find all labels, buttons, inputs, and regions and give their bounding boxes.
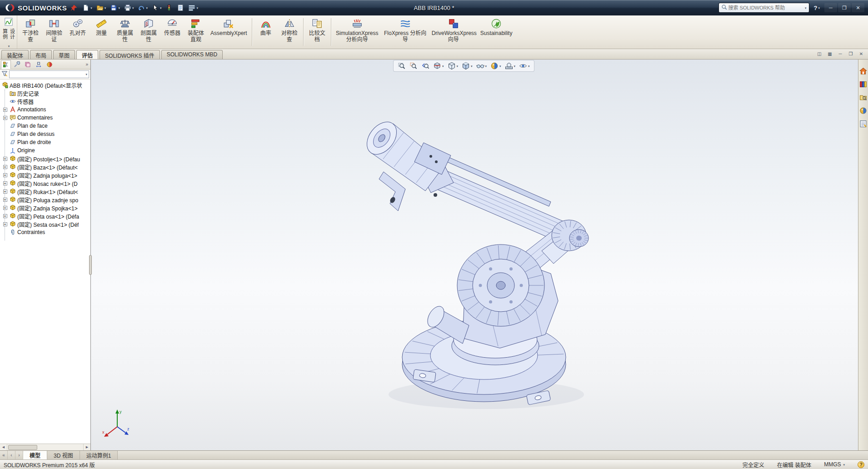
maximize-button[interactable]: ❐ bbox=[838, 3, 851, 12]
tree-item[interactable]: 传感器 bbox=[0, 97, 90, 105]
rebuild-button[interactable] bbox=[164, 3, 174, 12]
scrollbar-thumb[interactable] bbox=[8, 445, 37, 450]
units-selector[interactable]: MMGS ▾ bbox=[824, 461, 845, 468]
tree-item[interactable]: 历史记录 bbox=[0, 89, 90, 97]
appearances-scenes-button[interactable] bbox=[859, 106, 868, 115]
previous-view-button[interactable] bbox=[420, 61, 430, 70]
expand-icon[interactable]: + bbox=[3, 173, 7, 177]
panel-tab-propertymanager[interactable] bbox=[12, 60, 22, 69]
search-box[interactable]: ▾ bbox=[718, 3, 809, 13]
filter-caret-icon[interactable]: ▾ bbox=[85, 73, 87, 76]
tab-SOLIDWORKS 插件[interactable]: SOLIDWORKS 插件 bbox=[100, 50, 160, 59]
tree-item[interactable]: Origine bbox=[0, 146, 90, 155]
view-settings-button[interactable]: ▾ bbox=[518, 61, 531, 70]
ribbon-clearance-verification-button[interactable]: 间隙验证 bbox=[43, 16, 65, 48]
tree-item[interactable]: +(固定) Peta osa<1> (Défa bbox=[0, 212, 90, 220]
scroll-right-icon[interactable]: ▶ bbox=[83, 444, 90, 450]
tree-item[interactable]: Plan de face bbox=[0, 122, 90, 130]
ribbon-sustainability-button[interactable]: Sustainability bbox=[478, 16, 515, 48]
section-view-button[interactable]: ▾ bbox=[432, 61, 445, 70]
panel-tab-featuremanager[interactable] bbox=[1, 60, 11, 69]
tabs-scroll-prev-button[interactable]: ‹ bbox=[8, 451, 15, 459]
design-library-button[interactable] bbox=[859, 80, 868, 88]
tabs-scroll-first-button[interactable]: « bbox=[0, 451, 8, 459]
bottom-tab-运动算例1[interactable]: 运动算例1 bbox=[80, 451, 118, 459]
viewport-split-grid-button[interactable]: ▦ bbox=[825, 50, 834, 58]
hide-show-items-button[interactable]: ▾ bbox=[475, 61, 488, 70]
custom-properties-button[interactable] bbox=[859, 120, 868, 128]
display-style-button[interactable]: ▾ bbox=[461, 61, 474, 70]
tabs-scroll-next-button[interactable]: › bbox=[15, 451, 23, 459]
expand-icon[interactable]: + bbox=[3, 190, 7, 194]
tab-评估[interactable]: 评估 bbox=[76, 50, 98, 59]
zoom-to-area-button[interactable] bbox=[409, 61, 419, 70]
filter-funnel[interactable] bbox=[1, 70, 8, 78]
scroll-left-icon[interactable]: ◀ bbox=[0, 444, 7, 450]
options-button[interactable]: ▾ bbox=[187, 3, 200, 12]
ribbon-interference-detection-button[interactable]: 干涉检查 bbox=[19, 16, 42, 48]
ribbon-assemblyxpert-button[interactable]: AssemblyXpert bbox=[208, 16, 249, 48]
ribbon-floxpress-button[interactable]: FloXpress 分析向导 bbox=[382, 16, 429, 48]
panel-tab-displaymanager[interactable] bbox=[45, 60, 55, 69]
tab-SOLIDWORKS MBD[interactable]: SOLIDWORKS MBD bbox=[161, 50, 223, 59]
tree-item[interactable]: +(固定) Poluga zadnje spo bbox=[0, 195, 90, 204]
ribbon-section-properties-button[interactable]: 剖面属性 bbox=[137, 16, 160, 48]
ribbon-assembly-visualization-button[interactable]: 装配体直观 bbox=[185, 16, 207, 48]
ribbon-mass-properties-button[interactable]: 质量属性 bbox=[114, 16, 136, 48]
expand-icon[interactable]: + bbox=[3, 181, 7, 185]
ribbon-symmetry-check-button[interactable]: 对称检查 bbox=[278, 16, 301, 48]
apply-scene-button[interactable]: ▾ bbox=[504, 61, 517, 70]
tree-item[interactable]: Plan de droite bbox=[0, 138, 90, 146]
tree-item[interactable]: +(固定) Baza<1> (Défaut< bbox=[0, 163, 90, 171]
undo-button[interactable]: ▾ bbox=[136, 3, 149, 12]
tree-item[interactable]: Contraintes bbox=[0, 228, 90, 236]
menu-pin[interactable] bbox=[70, 5, 77, 11]
document-close-button[interactable]: ✕ bbox=[857, 50, 866, 58]
graphics-area[interactable]: ▾▾▾▾▾▾▾ bbox=[91, 60, 858, 450]
tree-filter-input[interactable]: ▾ bbox=[9, 70, 89, 78]
ribbon-hole-alignment-button[interactable]: 孔对齐 bbox=[66, 16, 89, 48]
tree-item[interactable]: +(固定) Postolje<1> (Défau bbox=[0, 155, 90, 163]
tree-item[interactable]: +(固定) Zadnja poluga<1> bbox=[0, 171, 90, 179]
tree-item[interactable]: +Commentaires bbox=[0, 114, 90, 122]
search-input[interactable] bbox=[728, 5, 803, 10]
expand-icon[interactable]: + bbox=[3, 108, 7, 112]
help-button[interactable]: ?▾ bbox=[814, 5, 820, 11]
search-dropdown-caret-icon[interactable]: ▾ bbox=[805, 6, 807, 10]
tree-item[interactable]: +(固定) Nosac ruke<1> (D bbox=[0, 179, 90, 187]
minimize-button[interactable]: ─ bbox=[824, 3, 837, 12]
new-document-button[interactable]: ▾ bbox=[81, 3, 94, 12]
tab-草图[interactable]: 草图 bbox=[53, 50, 75, 59]
document-restore-button[interactable]: ❐ bbox=[846, 50, 855, 58]
ribbon-sensors-button[interactable]: 传感器 bbox=[161, 16, 184, 48]
file-explorer-button[interactable] bbox=[859, 93, 868, 101]
view-orientation-button[interactable]: ▾ bbox=[447, 61, 459, 70]
expand-icon[interactable]: + bbox=[3, 198, 7, 202]
tree-item[interactable]: +(固定) Zadnja Spojka<1> bbox=[0, 204, 90, 212]
tree-item[interactable]: +(固定) Ruka<1> (Défaut< bbox=[0, 187, 90, 195]
panel-tab-dimxpertmanager[interactable] bbox=[34, 60, 44, 69]
design-study-button[interactable]: 设计算例 ▾ bbox=[0, 15, 17, 49]
document-minimize-button[interactable]: ─ bbox=[836, 50, 845, 58]
tree-item[interactable]: Plan de dessus bbox=[0, 130, 90, 138]
expand-icon[interactable]: + bbox=[3, 165, 7, 169]
expand-icon[interactable]: + bbox=[3, 157, 7, 161]
expand-icon[interactable]: + bbox=[3, 214, 7, 218]
viewport-split-horizontal-button[interactable]: ◫ bbox=[815, 50, 824, 58]
tree-root-assembly[interactable]: ABB IRB1400 (Défaut<显示状 bbox=[0, 81, 90, 89]
panel-tabs-overflow[interactable]: » bbox=[84, 62, 90, 67]
tree-item[interactable]: +Annotations bbox=[0, 105, 90, 114]
robot-model[interactable] bbox=[345, 98, 700, 425]
print-button[interactable]: ▾ bbox=[123, 3, 135, 12]
bottom-tab-3D 视图[interactable]: 3D 视图 bbox=[47, 451, 80, 459]
select-button[interactable]: ▾ bbox=[150, 3, 163, 12]
expand-icon[interactable]: + bbox=[3, 222, 7, 226]
tab-装配体[interactable]: 装配体 bbox=[1, 50, 29, 59]
ribbon-simulationxpress-button[interactable]: SimulationXpress 分析向导 bbox=[334, 16, 381, 48]
ribbon-compare-documents-button[interactable]: 比较文档 bbox=[306, 16, 329, 48]
open-document-button[interactable]: ▾ bbox=[95, 3, 108, 12]
expand-icon[interactable]: + bbox=[3, 116, 7, 120]
zoom-to-fit-button[interactable] bbox=[397, 61, 407, 70]
tab-布局[interactable]: 布局 bbox=[30, 50, 52, 59]
status-help-icon[interactable]: ? bbox=[858, 461, 864, 468]
